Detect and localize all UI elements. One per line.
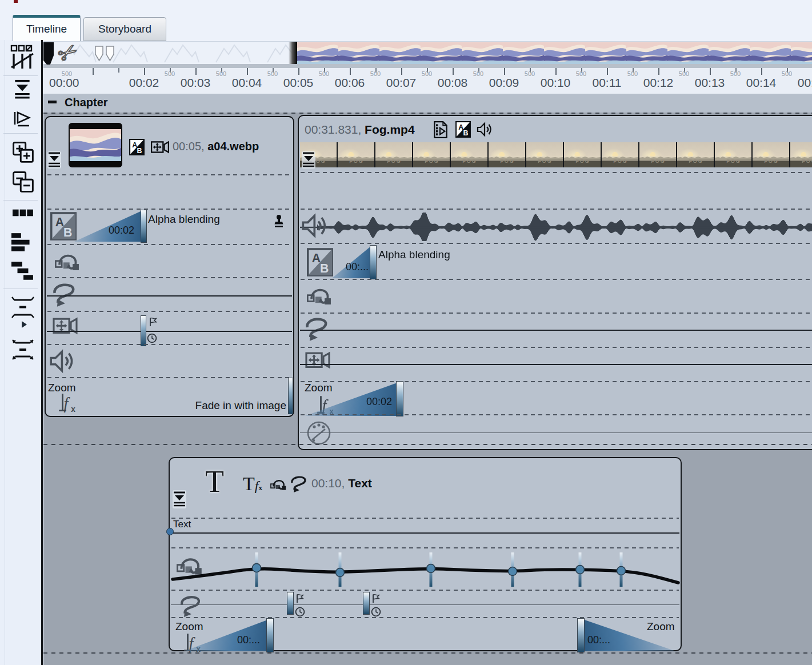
keyframe-dot[interactable]: [166, 528, 174, 535]
keyframe-marker[interactable]: [287, 592, 294, 615]
track-line[interactable]: [47, 331, 292, 332]
keyframe-dot[interactable]: [253, 564, 261, 572]
keyframe-dot[interactable]: [336, 568, 345, 577]
ramp-handle[interactable]: [141, 210, 147, 243]
keyframe-dot[interactable]: [576, 566, 585, 574]
divider: [3, 200, 38, 201]
video-file-icon[interactable]: [433, 120, 449, 139]
strip-shadow: [289, 42, 297, 65]
ruler-sub-label: 500: [627, 70, 638, 77]
ruler-time-label: 00:13: [695, 76, 725, 90]
curve-path[interactable]: [173, 569, 678, 583]
fx-icon[interactable]: [57, 392, 79, 414]
track-line[interactable]: [171, 532, 679, 534]
keyframe-dot[interactable]: [427, 564, 435, 573]
frame-watermark: FOG: [375, 158, 413, 164]
expand-frame-icon[interactable]: [11, 338, 34, 361]
row-separator: [301, 347, 812, 348]
ruler-time-label: 00:07: [386, 76, 417, 90]
split-icon[interactable]: [94, 45, 117, 62]
track-line[interactable]: [300, 364, 812, 365]
audio-waveform: [300, 213, 812, 241]
ramp-duration: 00:...: [237, 634, 260, 646]
fit-frame-icon[interactable]: [11, 296, 34, 319]
alpha-ab-icon[interactable]: [307, 248, 333, 277]
ruler-tick: [453, 68, 454, 75]
keyframe-marker[interactable]: [141, 315, 146, 346]
wave-image: [70, 129, 121, 161]
add-object-icon[interactable]: [13, 142, 34, 163]
clock-icon: [147, 333, 157, 343]
align-left-icon[interactable]: [11, 233, 34, 253]
keyframe-dot[interactable]: [509, 567, 517, 576]
keyframe-loop-icon[interactable]: [307, 283, 333, 309]
chapter-header[interactable]: Chapter: [43, 94, 812, 113]
animation-curve[interactable]: [170, 544, 681, 595]
clip-duration: 00:05,: [173, 140, 205, 153]
alpha-ab-icon[interactable]: [50, 212, 77, 241]
clip-video-fog[interactable]: 00:31.831, Fog.mp4 FOGFOGFOGFOGFOGFOGFOG…: [298, 115, 812, 450]
ramp-handle[interactable]: [266, 618, 274, 652]
row-separator: [301, 381, 812, 382]
object-marker-icon[interactable]: [47, 151, 61, 169]
flag-icon[interactable]: [13, 111, 32, 128]
track-line[interactable]: [171, 604, 679, 605]
ruler-tick: [350, 68, 351, 75]
mountain-placeholder-icon: [215, 44, 251, 63]
time-ruler[interactable]: 5005005005005005005005005005005005005005…: [43, 68, 812, 95]
speaker-icon[interactable]: [477, 122, 494, 138]
curve-icon[interactable]: [290, 474, 309, 495]
ramp-handle[interactable]: [577, 618, 585, 652]
track-line[interactable]: [300, 330, 812, 331]
camera-move-icon[interactable]: [53, 315, 78, 338]
keyframe-loop-icon[interactable]: [55, 249, 81, 275]
clip-text[interactable]: T Tfx 00:10, Text Text Zoom 00:...: [169, 457, 682, 651]
clip-duration: 00:10,: [311, 476, 345, 490]
playhead-marker[interactable]: [43, 42, 54, 65]
track-line[interactable]: [47, 295, 292, 297]
keyframe-marker[interactable]: [363, 592, 370, 615]
preview-thumbnail: [297, 42, 338, 64]
row-separator: [171, 590, 679, 591]
keyframe-dot[interactable]: [617, 567, 626, 575]
track-line[interactable]: [300, 432, 812, 433]
camera-move-icon[interactable]: [151, 139, 169, 156]
ruler-time-label: 00:03: [181, 76, 211, 90]
tracks-icon[interactable]: [13, 209, 34, 218]
alpha-ab-icon[interactable]: [455, 121, 471, 138]
insert-marker-icon[interactable]: [13, 79, 32, 101]
record-indicator: [14, 0, 18, 3]
speaker-icon[interactable]: [301, 211, 330, 242]
frame-watermark: FOG: [602, 158, 639, 164]
frame-watermark: FOG: [451, 158, 489, 164]
objects-grid-icon[interactable]: [10, 45, 35, 70]
camera-move-icon[interactable]: [305, 349, 330, 372]
speaker-icon[interactable]: [49, 348, 77, 375]
object-marker-icon[interactable]: [173, 490, 186, 508]
preview-thumbnail: [709, 42, 750, 64]
ruler-time-label: 00:11: [593, 76, 622, 90]
keyframe-loop-icon[interactable]: [270, 476, 287, 492]
preview-strip: ✂: [43, 41, 812, 65]
timeline-toolbar: [0, 40, 43, 665]
alpha-ab-icon[interactable]: [129, 139, 145, 155]
ruler-sub-label: 500: [576, 70, 586, 77]
text-icon[interactable]: T: [205, 466, 224, 497]
frame-watermark: FOG: [790, 158, 812, 164]
ramp-handle[interactable]: [288, 378, 293, 414]
expand-arrow-icon[interactable]: [22, 321, 27, 328]
collapse-icon[interactable]: [48, 101, 57, 103]
object-marker-icon[interactable]: [302, 151, 315, 169]
tab-timeline[interactable]: Timeline: [13, 15, 81, 41]
clip-image-a04[interactable]: 00:05, a04.webp 00:02 Alpha blending Zoo: [45, 116, 294, 417]
ruler-tick: [298, 68, 299, 75]
ramp-handle[interactable]: [396, 381, 403, 416]
stamp-icon[interactable]: [273, 214, 285, 228]
ruler-time-label: 00:00: [49, 76, 79, 90]
ramp-handle[interactable]: [370, 245, 377, 279]
tab-storyboard[interactable]: Storyboard: [83, 17, 166, 41]
curve-icon[interactable]: [179, 593, 204, 620]
stagger-icon[interactable]: [11, 262, 34, 281]
remove-object-icon[interactable]: [13, 171, 34, 193]
text-fx-icon[interactable]: Tfx: [243, 473, 262, 495]
